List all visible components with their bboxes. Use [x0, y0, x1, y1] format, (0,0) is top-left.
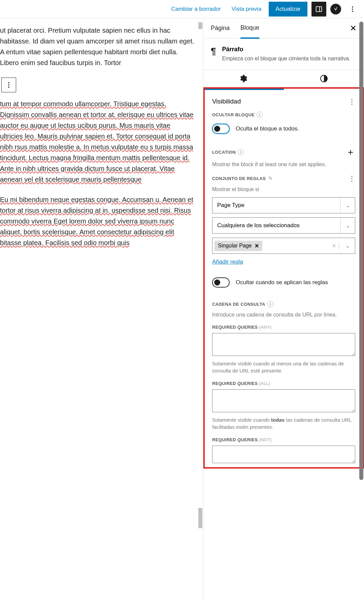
- clear-all-icon[interactable]: ×: [329, 242, 339, 250]
- settings-sidebar: Página Bloque ✕ ¶ Párrafo Empieza con el…: [203, 18, 364, 599]
- query-string-label: CADENA DE CONSULTA i: [212, 301, 355, 307]
- required-not-textarea[interactable]: [212, 446, 355, 463]
- block-type-desc: Empieza con el bloque que cimienta toda …: [222, 55, 351, 62]
- chip-singular-page: Singular Page ✕: [214, 241, 262, 251]
- block-subnav: [203, 70, 364, 87]
- svg-point-3: [352, 6, 353, 7]
- location-label: LOCATION i: [212, 149, 244, 155]
- editor-canvas[interactable]: ut placerat orci. Pretium vulputate sapi…: [0, 18, 203, 599]
- svg-point-7: [8, 84, 9, 86]
- visibility-title: Visibilidad: [212, 98, 241, 105]
- subnav-settings[interactable]: [203, 70, 284, 87]
- required-not-label: REQUIRED QUERIES (NOT): [212, 437, 355, 442]
- hide-block-toggle[interactable]: [212, 124, 230, 134]
- rule-value-select[interactable]: Singular Page ✕ × ⌄: [212, 238, 355, 254]
- hide-block-label: OCULTAR BLOQUE i: [212, 112, 355, 118]
- rule-operator-select[interactable]: Cualquiera de los seleccionados ⌄: [212, 217, 355, 234]
- svg-rect-0: [316, 6, 322, 11]
- required-any-label: REQUIRED QUERIES (ANY): [212, 325, 355, 330]
- add-rule-link[interactable]: Añadir regla: [212, 259, 243, 265]
- switch-draft-link[interactable]: Cambiar a borrador: [168, 3, 224, 15]
- visibility-menu-icon[interactable]: ⋮: [349, 97, 355, 106]
- rule-type-select[interactable]: Page Type ⌄: [212, 197, 355, 213]
- chip-remove-icon[interactable]: ✕: [255, 243, 259, 249]
- block-header: ¶ Párrafo Empieza con el bloque que cimi…: [203, 38, 364, 70]
- preview-link[interactable]: Vista previa: [228, 3, 265, 15]
- svg-point-5: [352, 10, 353, 12]
- close-sidebar-icon[interactable]: ✕: [350, 24, 357, 33]
- paragraph-block[interactable]: ut placerat orci. Pretium vulputate sapi…: [0, 25, 195, 68]
- hide-when-rules-label: Ocultar cuando se aplican las reglas: [236, 279, 328, 286]
- paragraph-block[interactable]: tum at tempor commodo ullamcorper. Trist…: [0, 98, 195, 185]
- tab-page[interactable]: Página: [211, 19, 230, 38]
- info-icon[interactable]: i: [238, 149, 244, 155]
- paragraph-icon: ¶: [211, 47, 216, 62]
- editor-scrollbar[interactable]: [198, 22, 203, 599]
- hide-block-toggle-label: Oculta el bloque a todos.: [236, 125, 299, 132]
- hide-when-rules-toggle[interactable]: [212, 277, 230, 288]
- chevron-down-icon: ⌄: [340, 218, 350, 233]
- ruleset-label: CONJUNTO DE REGLAS: [212, 176, 266, 181]
- sidebar-tabs: Página Bloque ✕: [203, 18, 364, 38]
- info-icon[interactable]: i: [257, 112, 263, 118]
- required-all-help: Solamente visible cuando todas las caden…: [212, 416, 355, 430]
- sidebar-toggle-icon[interactable]: [311, 2, 326, 17]
- location-help: Mostrar the block if at least one rule s…: [212, 161, 355, 168]
- svg-point-6: [8, 82, 9, 84]
- required-all-textarea[interactable]: [212, 389, 355, 412]
- edit-ruleset-icon[interactable]: ✎: [268, 175, 273, 182]
- show-if-label: Mostrar el bloque si: [212, 186, 355, 192]
- yoast-icon[interactable]: [330, 4, 341, 14]
- svg-point-4: [352, 8, 353, 10]
- block-type-name: Párrafo: [222, 46, 351, 53]
- query-intro: Introduce una cadena de consulta de URL …: [212, 312, 355, 318]
- required-any-help: Solamente visible cuando al menos una de…: [212, 360, 355, 374]
- chevron-down-icon: ⌄: [340, 198, 350, 213]
- sidebar-scrollbar[interactable]: [359, 22, 363, 480]
- paragraph-block[interactable]: Eu mi bibendum neque egestas congue. Acc…: [0, 194, 195, 248]
- required-any-textarea[interactable]: [212, 333, 355, 356]
- visibility-panel-highlight: Visibilidad ⋮ OCULTAR BLOQUE i Oculta el…: [203, 87, 364, 469]
- required-all-label: REQUIRED QUERIES (ALL): [212, 381, 355, 386]
- update-button[interactable]: Actualizar: [269, 2, 307, 17]
- svg-point-2: [333, 6, 338, 11]
- ruleset-menu-icon[interactable]: ⋮: [349, 174, 355, 182]
- top-bar: Cambiar a borrador Vista previa Actualiz…: [0, 0, 364, 18]
- info-icon[interactable]: i: [267, 301, 273, 307]
- subnav-styles[interactable]: [284, 70, 364, 87]
- svg-point-8: [8, 87, 9, 88]
- chevron-down-icon[interactable]: ⌄: [342, 242, 353, 249]
- options-menu-icon[interactable]: [345, 2, 360, 17]
- block-options-icon[interactable]: [1, 78, 16, 92]
- tab-block[interactable]: Bloque: [240, 18, 259, 39]
- add-location-button[interactable]: ＋: [346, 147, 355, 157]
